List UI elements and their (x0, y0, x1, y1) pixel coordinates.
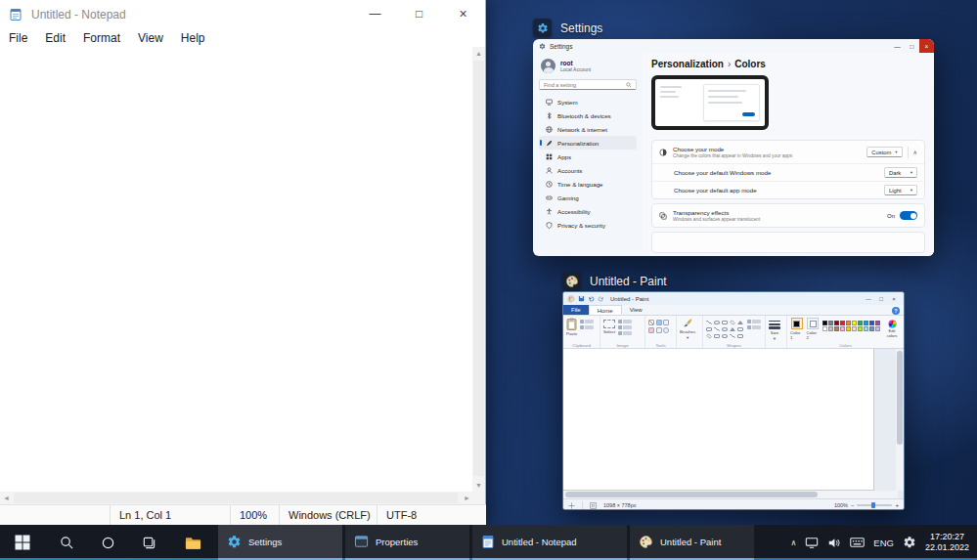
settings-window-thumbnail[interactable]: Settings — □ × root Local Account Find a… (533, 39, 934, 256)
magnifier-tool-icon (663, 327, 669, 333)
settings-thumb-label-text: Settings (560, 22, 602, 35)
language-indicator[interactable]: ENG (873, 538, 894, 548)
taskbar-app-notepad[interactable]: Untitled - Notepad (472, 525, 627, 560)
group-label: Colors (787, 343, 904, 348)
system-icon (546, 99, 553, 106)
vertical-scrollbar[interactable]: ▲ ▼ (472, 47, 485, 492)
crop-icon (618, 320, 632, 323)
display-tray-icon[interactable] (805, 537, 819, 549)
notepad-window: Untitled - Notepad — □ × File Edit Forma… (0, 0, 486, 525)
person-icon (546, 167, 553, 174)
scrollbar-corner (472, 492, 485, 504)
windows-logo-icon (15, 535, 30, 550)
menu-help[interactable]: Help (172, 31, 214, 45)
size-icon (769, 318, 780, 329)
size-button: Size ▾ (769, 318, 780, 341)
select-button: Select (603, 318, 615, 334)
breadcrumb-current: Colors (734, 59, 766, 69)
preview-accent-button (742, 112, 755, 116)
vertical-scroll-thumb[interactable] (473, 61, 484, 476)
scroll-up-icon[interactable]: ▲ (472, 47, 485, 60)
taskbar-app-properties[interactable]: Properties (345, 525, 469, 560)
color2-swatch (810, 321, 817, 327)
chevron-down-icon: ▾ (774, 336, 776, 341)
setting-subtitle: Change the colors that appear in Windows… (673, 153, 792, 159)
cortana-button[interactable] (88, 525, 127, 560)
shape-cell (737, 334, 743, 338)
notepad-window-title: Untitled - Notepad (31, 8, 126, 22)
chevron-down-icon: ▾ (910, 170, 912, 175)
paint-canvas (563, 349, 874, 491)
sidebar-item-bluetooth: Bluetooth & devices (539, 108, 637, 122)
touch-keyboard-icon[interactable] (850, 537, 865, 548)
menu-file[interactable]: File (0, 31, 36, 45)
notepad-window-controls: — □ × (353, 0, 485, 28)
group-label: Image (600, 343, 644, 348)
tray-chevron-icon[interactable]: ∧ (791, 538, 797, 547)
paint-titlebar: Untitled - Paint — □ × (563, 292, 904, 305)
taskbar-app-paint[interactable]: Untitled - Paint (630, 525, 754, 560)
tray-gear-icon[interactable] (903, 536, 916, 549)
accessibility-icon (546, 208, 553, 215)
paint-thumb-label-text: Untitled - Paint (590, 275, 667, 288)
menu-view[interactable]: View (129, 31, 172, 45)
horizontal-scroll-thumb[interactable] (14, 493, 458, 503)
shape-cell (730, 327, 735, 331)
paint-window-thumbnail[interactable]: Untitled - Paint — □ × File Home View ? … (562, 291, 905, 510)
close-button[interactable]: × (441, 0, 485, 28)
settings-search-box: Find a setting (539, 79, 637, 90)
notepad-app-icon (9, 8, 22, 22)
menu-edit[interactable]: Edit (36, 31, 74, 45)
horizontal-scrollbar (563, 491, 898, 498)
paint-ribbon-tabs: File Home View ? (563, 305, 904, 316)
palette-color (858, 321, 863, 325)
settings-gear-icon (533, 19, 552, 37)
task-view-button[interactable] (127, 525, 170, 560)
bluetooth-icon (546, 112, 553, 119)
globe-icon (546, 126, 553, 133)
setting-subtitle: Windows and surfaces appear translucent (673, 217, 760, 223)
chevron-down-icon: ▾ (910, 188, 912, 193)
taskbar-search-button[interactable] (45, 525, 88, 560)
taskbar-app-label: Untitled - Paint (660, 537, 721, 547)
file-explorer-button[interactable] (170, 525, 215, 560)
zoom-control: 100% − + (834, 502, 899, 508)
vertical-scroll-thumb (897, 351, 903, 445)
copy-icon (580, 325, 594, 329)
setting-title: Choose your default app mode (674, 187, 757, 194)
palette-color (852, 326, 857, 331)
sidebar-item-time-language: Time & language (539, 177, 637, 191)
windows-mode-row: Choose your default Windows mode Dark▾ (652, 163, 924, 181)
taskbar-app-label: Settings (248, 537, 282, 547)
maximize-button[interactable]: □ (397, 0, 441, 28)
clock-date: 22.01.2022 (925, 542, 969, 553)
preview-line (660, 86, 682, 88)
taskbar-app-settings[interactable]: Settings (218, 525, 342, 560)
sidebar-item-system: System (539, 95, 637, 108)
start-button[interactable] (0, 525, 45, 560)
shape-cell (730, 320, 735, 325)
pencil-tool-icon (648, 320, 654, 325)
group-label: Tools (645, 343, 676, 348)
cut-icon (580, 320, 594, 323)
settings-window-controls: — □ × (890, 39, 934, 53)
notepad-text-area[interactable] (0, 47, 473, 492)
fill-tool-icon (656, 320, 662, 325)
notepad-menubar: File Edit Format View Help (0, 28, 485, 47)
zoom-percent: 100% (834, 502, 848, 508)
palette-color (875, 326, 880, 331)
scroll-left-icon[interactable]: ◄ (0, 492, 13, 504)
taskbar-clock[interactable]: 17:20:27 22.01.2022 (925, 532, 969, 553)
sidebar-item-accessibility: Accessibility (539, 204, 637, 218)
cursor-position-icon (568, 502, 575, 509)
close-button: × (919, 39, 934, 53)
scroll-down-icon[interactable]: ▼ (472, 479, 485, 492)
palette-color (858, 326, 863, 331)
volume-icon[interactable] (827, 537, 841, 549)
apps-grid-icon (546, 153, 553, 160)
rotate-icon (618, 331, 632, 335)
horizontal-scrollbar[interactable]: ◄ ► (0, 492, 473, 504)
minimize-button[interactable]: — (353, 0, 397, 28)
menu-format[interactable]: Format (74, 31, 129, 45)
transparency-icon (659, 212, 667, 220)
